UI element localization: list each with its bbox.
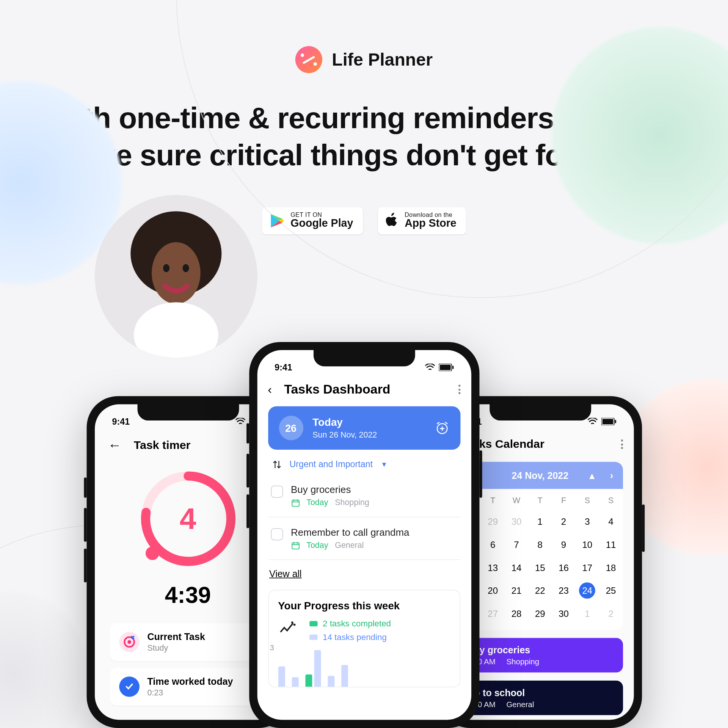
back-chevron-icon[interactable]: ‹	[268, 382, 272, 397]
worked-value: 0:23	[147, 688, 233, 698]
task-when: Today	[306, 540, 328, 550]
chevron-up-icon[interactable]: ▴	[590, 470, 595, 481]
event-title: Go to school	[467, 687, 613, 698]
svg-point-2	[152, 242, 201, 304]
google-play-icon	[269, 213, 285, 229]
today-daynum: 26	[279, 416, 303, 440]
svg-rect-22	[602, 419, 613, 424]
more-menu-icon[interactable]	[621, 439, 623, 449]
more-menu-icon[interactable]	[458, 384, 460, 394]
view-all-link[interactable]: View all	[268, 560, 303, 590]
sort-icon[interactable]	[272, 460, 281, 469]
checkbox[interactable]	[271, 486, 283, 498]
svg-rect-23	[615, 420, 616, 423]
status-time: 9:41	[275, 362, 292, 373]
today-label: Today	[312, 416, 377, 428]
task-title: Remember to call grandma	[291, 527, 409, 538]
check-circle-icon	[119, 676, 139, 697]
svg-point-20	[293, 624, 295, 626]
svg-point-5	[183, 264, 189, 272]
event-card[interactable]: Go to school 9:50 AMGeneral	[457, 681, 623, 715]
status-time: 9:41	[112, 416, 130, 427]
svg-rect-18	[292, 543, 299, 549]
progress-title: Your Progress this week	[278, 600, 450, 612]
wifi-icon	[235, 418, 246, 425]
timer-circle: 4	[137, 468, 239, 570]
svg-point-4	[163, 264, 169, 272]
chevron-down-icon[interactable]: ▼	[381, 460, 388, 468]
task-cat: General	[335, 540, 364, 550]
task-item[interactable]: Remember to call grandma Today General	[268, 518, 460, 560]
chevron-right-icon[interactable]: ›	[610, 470, 613, 481]
month-chip[interactable]: 24 Nov, 2022 ▴ ›	[457, 462, 623, 489]
calendar-widget: 24 Nov, 2022 ▴ › M TWTFSS 2829301234 567…	[457, 462, 623, 630]
timer-time: 4:39	[105, 582, 271, 608]
event-cat: General	[506, 700, 534, 708]
current-task-label: Current Task	[147, 631, 205, 642]
month-label: 24 Nov, 2022	[511, 470, 568, 481]
timer-title: Task timer	[134, 438, 191, 452]
bg-ring	[176, 0, 728, 298]
svg-point-12	[127, 640, 131, 644]
timer-count: 4	[180, 502, 196, 535]
svg-rect-14	[439, 365, 450, 370]
svg-point-19	[291, 621, 293, 624]
task-item[interactable]: Buy groceries Today Shopping	[268, 475, 460, 518]
event-title: Buy groceries	[467, 645, 613, 656]
checkbox[interactable]	[271, 528, 283, 540]
today-date: Sun 26 Nov, 2022	[312, 430, 377, 439]
legend-pending: 14 tasks pending	[323, 632, 387, 642]
task-title: Buy groceries	[291, 484, 369, 495]
progress-bars: 3	[278, 646, 450, 687]
phone-center: 9:41 ‹ Tasks Dashboard 26 Today Sun 26 N	[249, 342, 479, 728]
worked-label: Time worked today	[147, 676, 233, 687]
worked-today-card[interactable]: Time worked today 0:23	[109, 668, 266, 706]
avatar	[95, 195, 257, 358]
calendar-grid[interactable]: 2829301234 567891011 12131415161718 1920…	[457, 512, 623, 630]
calendar-icon	[291, 541, 300, 549]
event-cat: Shopping	[506, 657, 539, 665]
back-arrow-icon[interactable]: ←	[108, 438, 122, 453]
task-cat: Shopping	[335, 498, 369, 507]
trend-icon	[278, 620, 295, 638]
today-card[interactable]: 26 Today Sun 26 Nov, 2022	[268, 406, 460, 450]
svg-rect-15	[452, 366, 453, 369]
legend-done: 2 tasks completed	[323, 619, 391, 628]
battery-icon	[601, 418, 616, 425]
battery-icon	[438, 364, 453, 371]
brand-logo-icon	[295, 46, 322, 73]
alarm-add-icon[interactable]	[435, 420, 449, 435]
event-card[interactable]: Buy groceries 9:00 AMShopping	[457, 638, 623, 672]
dashboard-title: Tasks Dashboard	[284, 382, 390, 397]
task-when: Today	[306, 498, 328, 507]
filter-label[interactable]: Urgent and Important	[290, 459, 373, 469]
wifi-icon	[424, 364, 435, 371]
svg-rect-17	[292, 500, 299, 506]
calendar-icon	[291, 498, 300, 507]
wifi-icon	[587, 418, 598, 425]
y-axis-label: 3	[270, 643, 274, 651]
current-task-value: Study	[147, 643, 205, 653]
progress-card: Your Progress this week 2 tasks complete…	[268, 590, 460, 687]
current-task-card[interactable]: Current Task Study	[109, 623, 266, 661]
target-icon	[119, 632, 139, 652]
calendar-dow: M TWTFSS	[457, 489, 623, 512]
